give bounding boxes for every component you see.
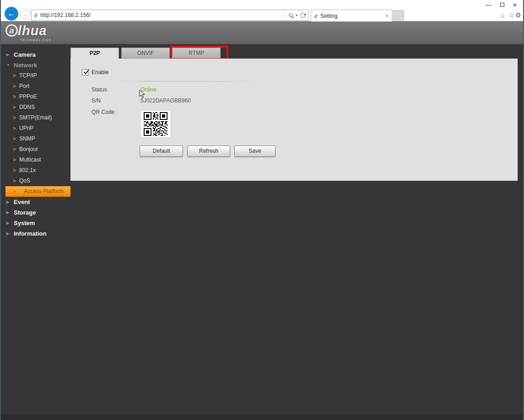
sidebar-item-multicast[interactable]: >Multicast bbox=[1, 155, 70, 165]
tab-favicon: e bbox=[314, 13, 318, 19]
tab-onvif[interactable]: ONVIF bbox=[121, 48, 170, 59]
sidebar-label: SNMP bbox=[19, 135, 35, 142]
chevron-down-icon: ▼ bbox=[6, 60, 10, 70]
default-button[interactable]: Default bbox=[140, 145, 183, 157]
logo-a-ring: a bbox=[5, 24, 18, 37]
tab-close-icon[interactable]: × bbox=[385, 13, 389, 19]
sidebar-label: TCP/IP bbox=[19, 72, 37, 79]
sub-arrow-icon: > bbox=[13, 134, 16, 144]
checkmark-icon bbox=[82, 69, 90, 76]
favorites-icon[interactable]: ☆ bbox=[508, 11, 514, 19]
address-bar-tools: ▾ bbox=[285, 10, 306, 20]
window-close-button[interactable]: × bbox=[509, 1, 521, 9]
sub-arrow-icon: > bbox=[13, 186, 16, 197]
section-divider bbox=[114, 81, 265, 81]
sidebar-item-tcpip[interactable]: >TCP/IP bbox=[1, 70, 70, 81]
sidebar-label: System bbox=[14, 220, 35, 226]
sidebar-label: DDNS bbox=[19, 104, 35, 110]
serial-number-value: 5J022DAPAGBB960 bbox=[140, 97, 191, 104]
chevron-right-icon: ▶ bbox=[6, 228, 9, 239]
sidebar-label: UPnP bbox=[19, 125, 33, 131]
sub-arrow-icon: > bbox=[13, 123, 16, 134]
tab-title: Setting bbox=[320, 13, 385, 19]
browser-chrome: ← → e http://192.168.2.156/ ▾ e Setting … bbox=[1, 0, 523, 22]
browser-tab-setting[interactable]: e Setting × bbox=[311, 10, 392, 22]
sidebar-label: PPPoE bbox=[19, 93, 37, 100]
ie-favicon: e bbox=[34, 12, 38, 18]
sidebar-item-access-platform[interactable]: >Access Platform bbox=[5, 186, 70, 197]
forward-icon: → bbox=[22, 11, 28, 17]
back-icon: ← bbox=[8, 9, 16, 18]
new-tab-button[interactable] bbox=[393, 10, 404, 21]
search-dropdown-icon[interactable]: ▾ bbox=[296, 13, 297, 17]
sidebar-label: Event bbox=[14, 199, 30, 205]
refresh-button[interactable]: Refresh bbox=[187, 145, 230, 157]
settings-sidebar: ▶Camera ▼Network >TCP/IP >Port >PPPoE >D… bbox=[1, 49, 70, 239]
application-window: ← → e http://192.168.2.156/ ▾ e Setting … bbox=[0, 0, 524, 420]
sidebar-label: Storage bbox=[14, 209, 36, 216]
address-bar[interactable]: e http://192.168.2.156/ ▾ bbox=[31, 10, 309, 21]
sidebar-item-port[interactable]: >Port bbox=[1, 81, 70, 92]
maximize-icon bbox=[500, 3, 504, 7]
sidebar-item-storage[interactable]: ▶Storage bbox=[1, 207, 70, 218]
sidebar-item-upnp[interactable]: >UPnP bbox=[1, 123, 70, 134]
enable-checkbox[interactable] bbox=[82, 69, 88, 75]
window-minimize-button[interactable]: — bbox=[482, 1, 494, 9]
main-area: ▶Camera ▼Network >TCP/IP >Port >PPPoE >D… bbox=[1, 44, 523, 420]
home-icon[interactable]: ⌂ bbox=[501, 11, 504, 19]
app-header: alhua TECHNOLOGY Live Playback Setting A… bbox=[1, 22, 523, 44]
sidebar-item-system[interactable]: ▶System bbox=[1, 218, 70, 228]
sidebar-item-smtp-email[interactable]: >SMTP(Email) bbox=[1, 113, 70, 123]
sidebar-label: Access Platform bbox=[24, 188, 64, 194]
logo-text: lhua bbox=[18, 25, 47, 37]
save-button[interactable]: Save bbox=[234, 145, 276, 157]
chevron-right-icon: ▶ bbox=[6, 207, 9, 218]
url-text[interactable]: http://192.168.2.156/ bbox=[40, 12, 285, 18]
chevron-right-icon: ▶ bbox=[6, 197, 9, 207]
sub-arrow-icon: > bbox=[13, 102, 16, 113]
close-icon: × bbox=[513, 1, 517, 9]
sidebar-item-event[interactable]: ▶Event bbox=[1, 197, 70, 207]
sidebar-item-pppoe[interactable]: >PPPoE bbox=[1, 92, 70, 102]
sidebar-label: Network bbox=[14, 62, 37, 69]
sidebar-item-bonjour[interactable]: >Bonjour bbox=[1, 144, 70, 155]
sidebar-item-snmp[interactable]: >SNMP bbox=[1, 134, 70, 144]
refresh-icon[interactable] bbox=[301, 13, 306, 18]
rtmp-highlight-annotation bbox=[170, 46, 228, 60]
tab-p2p[interactable]: P2P bbox=[70, 48, 119, 59]
sidebar-item-camera[interactable]: ▶Camera bbox=[1, 49, 70, 60]
sub-arrow-icon: > bbox=[13, 81, 16, 92]
mouse-cursor bbox=[139, 90, 146, 101]
sidebar-label: 802.1x bbox=[19, 167, 36, 173]
dahua-logo: alhua bbox=[5, 24, 47, 37]
chevron-right-icon: ▶ bbox=[6, 49, 9, 60]
qr-code-label: QR Code bbox=[92, 109, 114, 115]
sidebar-label: Multicast bbox=[19, 156, 41, 163]
sidebar-label: Camera bbox=[14, 51, 36, 58]
serial-number-label: S/N bbox=[92, 97, 101, 104]
sub-arrow-icon: > bbox=[13, 176, 16, 186]
minimize-icon: — bbox=[486, 1, 492, 8]
sidebar-label: SMTP(Email) bbox=[19, 114, 52, 121]
sidebar-item-8021x[interactable]: >802.1x bbox=[1, 165, 70, 176]
sidebar-item-ddns[interactable]: >DDNS bbox=[1, 102, 70, 113]
sidebar-label: Port bbox=[19, 83, 29, 89]
smiley-feedback-icon[interactable]: ☺ bbox=[522, 11, 524, 19]
tools-gear-icon[interactable]: ⚙ bbox=[515, 11, 521, 19]
bottom-strip bbox=[1, 415, 523, 420]
sub-arrow-icon: > bbox=[13, 70, 16, 81]
sub-arrow-icon: > bbox=[13, 113, 16, 123]
sidebar-item-network[interactable]: ▼Network bbox=[1, 60, 70, 70]
browser-forward-button[interactable]: → bbox=[20, 9, 30, 19]
chevron-right-icon: ▶ bbox=[6, 218, 9, 228]
sidebar-label: Bonjour bbox=[19, 146, 38, 152]
status-label: Status bbox=[92, 86, 107, 93]
sidebar-label: Information bbox=[14, 230, 47, 237]
browser-back-button[interactable]: ← bbox=[5, 7, 18, 21]
enable-label: Enable bbox=[92, 69, 108, 75]
window-maximize-button[interactable] bbox=[496, 1, 508, 9]
search-icon[interactable] bbox=[289, 13, 292, 17]
sidebar-item-qos[interactable]: >QoS bbox=[1, 176, 70, 186]
sidebar-item-information[interactable]: ▶Information bbox=[1, 228, 70, 239]
sub-arrow-icon: > bbox=[13, 165, 16, 176]
